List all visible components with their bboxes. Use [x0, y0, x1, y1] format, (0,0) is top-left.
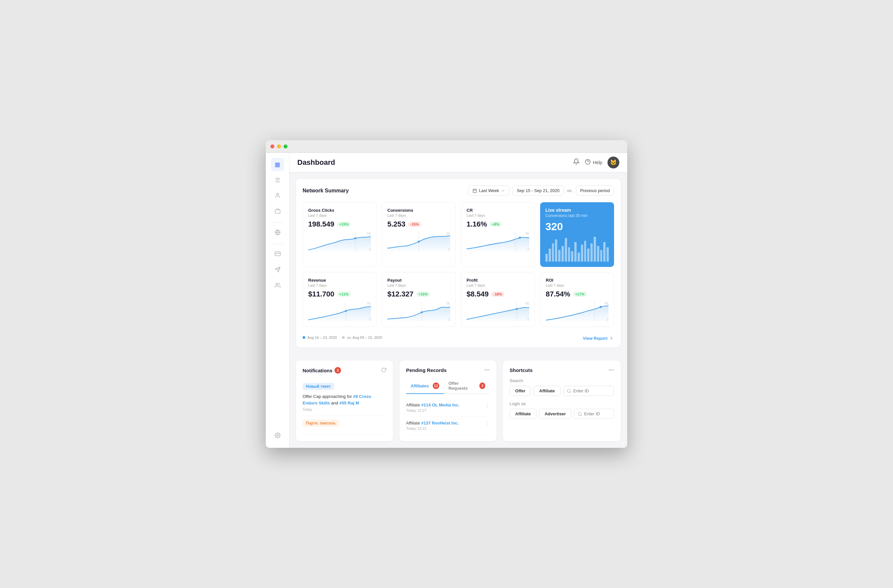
roi-sublabel: Last 7 days	[546, 284, 609, 287]
avatar[interactable]: 🐱	[607, 157, 619, 168]
tab-offer-requests[interactable]: Offer Requests 3	[444, 378, 490, 394]
pending-item-2-content: Affiliate #137 RevHeist Inc. Today, 12:2…	[406, 421, 459, 430]
revenue-badge: +11%	[337, 291, 351, 297]
close-button[interactable]	[271, 144, 274, 148]
roi-label: ROI	[546, 278, 609, 283]
cr-chart: 5K	[466, 232, 529, 252]
pending-records-menu-icon[interactable]: •••	[484, 367, 490, 373]
search-input-wrapper	[563, 386, 614, 396]
date-picker-button[interactable]: Last Week	[468, 186, 509, 196]
network-summary-title: Network Summary	[302, 188, 349, 194]
refresh-icon[interactable]	[381, 368, 386, 374]
pending-item-1-link[interactable]: #114 OL Media Inc.	[421, 402, 460, 407]
dashboard-icon: ▦	[275, 161, 280, 168]
tab-affiliates-label: Affiliates	[411, 384, 429, 388]
notif-tag-1: Новый тикет	[302, 383, 334, 390]
live-stream-bars	[546, 236, 609, 262]
cr-label: CR	[466, 208, 529, 213]
network-summary-header: Network Summary Last Week	[302, 186, 614, 196]
bottom-row: Notifications 3 Новый тикет	[296, 360, 621, 441]
svg-point-8	[276, 283, 278, 285]
svg-point-28	[600, 306, 601, 308]
revenue-value: $11.700	[308, 290, 334, 298]
notifications-card: Notifications 3 Новый тикет	[296, 360, 393, 441]
minimize-button[interactable]	[277, 144, 281, 148]
bell-icon[interactable]	[573, 158, 580, 166]
sidebar-item-settings[interactable]	[271, 429, 284, 442]
svg-point-20	[519, 237, 521, 238]
profit-chart: 5K	[466, 302, 529, 321]
view-report-button[interactable]: View Report	[583, 336, 614, 341]
pending-item-2-link[interactable]: #137 RevHeist Inc.	[421, 421, 459, 426]
conversions-value: 5.253	[387, 220, 406, 228]
metric-live-stream: Live stream Conversions last 30 min 320	[540, 202, 614, 267]
cr-sublabel: Last 7 days	[466, 213, 529, 218]
conversions-label: Conversions	[387, 208, 450, 213]
login-affiliate-button[interactable]: Affiliate	[510, 409, 537, 419]
login-search-icon	[577, 412, 582, 416]
gross-clicks-label: Gross Clicks	[308, 208, 371, 213]
profit-value: $8.549	[466, 290, 489, 298]
payout-label: Payout	[387, 278, 450, 283]
svg-rect-4	[275, 252, 280, 256]
profit-label: Profit	[466, 278, 529, 283]
login-shortcut: Login as Affiliate Advertiser	[510, 401, 614, 419]
sidebar-item-globe[interactable]	[271, 226, 284, 240]
search-affiliate-button[interactable]: Affiliate	[534, 386, 561, 396]
search-offer-button[interactable]: Offer	[510, 386, 531, 396]
pending-item-2-time: Today, 12:21	[406, 426, 459, 430]
login-advertiser-button[interactable]: Advertiser	[539, 409, 571, 419]
notif-item-1-link2[interactable]: #55 Raj M	[340, 400, 359, 405]
notif-item-1-time: Today	[302, 407, 386, 411]
legend-dot-current	[302, 336, 305, 339]
date-range-text: Sep 15 - Sep 21, 2020	[513, 186, 564, 196]
network-summary-card: Network Summary Last Week	[296, 179, 621, 347]
main-content: Dashboard	[289, 153, 627, 448]
maximize-button[interactable]	[284, 144, 287, 148]
pending-item-1-time: Today, 12:27	[406, 408, 460, 412]
sidebar-item-tools[interactable]	[271, 205, 284, 218]
help-button[interactable]: Help	[585, 159, 602, 166]
billing-icon	[275, 251, 281, 258]
pending-records-title: Pending Records	[406, 368, 446, 373]
metrics-row-2: Revenue Last 7 days $11.700 +11% 5K	[302, 272, 614, 327]
revenue-label: Revenue	[308, 278, 371, 283]
notif-item-1-title: Offer Cap approaching for #9 Cross Endur…	[302, 393, 386, 406]
search-id-input[interactable]	[573, 388, 600, 393]
svg-line-33	[581, 415, 582, 416]
notification-item-1: Новый тикет Offer Cap approaching for #9…	[302, 379, 386, 416]
date-picker-label: Last Week	[479, 188, 499, 193]
help-label: Help	[593, 160, 602, 165]
previous-period-button[interactable]: Previous period	[576, 186, 614, 196]
gross-clicks-chart: 5K	[308, 232, 371, 252]
gross-clicks-badge: +15%	[337, 222, 351, 227]
sidebar-item-dashboard[interactable]: ▦	[271, 158, 284, 171]
sidebar-item-users[interactable]	[271, 279, 284, 292]
pending-item-2: Affiliate #137 RevHeist Inc. Today, 12:2…	[406, 417, 490, 435]
tab-affiliates[interactable]: Affiliates 12	[406, 378, 444, 394]
login-id-input[interactable]	[584, 411, 610, 416]
metric-conversions: Conversions Last 7 days 5.253 -15% 5K	[382, 202, 456, 267]
sidebar-item-affiliates[interactable]	[271, 189, 284, 202]
tab-affiliates-count: 12	[433, 382, 439, 389]
sidebar-item-billing[interactable]	[271, 248, 284, 261]
conversions-chart: 5K	[387, 232, 450, 252]
login-input-wrapper	[574, 409, 614, 419]
shortcuts-menu-icon[interactable]: •••	[609, 367, 614, 373]
shortcuts-card: Shortcuts ••• Search Offer Affiliate	[503, 360, 621, 441]
sidebar-item-campaigns[interactable]	[271, 264, 284, 277]
campaigns-icon	[275, 267, 281, 274]
svg-point-32	[578, 412, 581, 415]
pending-item-1-menu-icon[interactable]: ⋮	[485, 402, 490, 409]
notif-item-1-and: and	[331, 400, 340, 405]
cr-value: 1.16%	[466, 220, 487, 228]
svg-point-0	[277, 193, 279, 195]
login-buttons: Affiliate Advertiser	[510, 409, 614, 419]
topbar-actions: Help 🐱	[573, 157, 619, 168]
pending-item-2-menu-icon[interactable]: ⋮	[485, 421, 490, 427]
sidebar-item-reports[interactable]: ☰	[271, 174, 284, 187]
gross-clicks-value: 198.549	[308, 220, 334, 228]
reports-icon: ☰	[275, 177, 280, 184]
roi-chart: 5K	[546, 302, 609, 321]
svg-point-30	[567, 389, 570, 392]
